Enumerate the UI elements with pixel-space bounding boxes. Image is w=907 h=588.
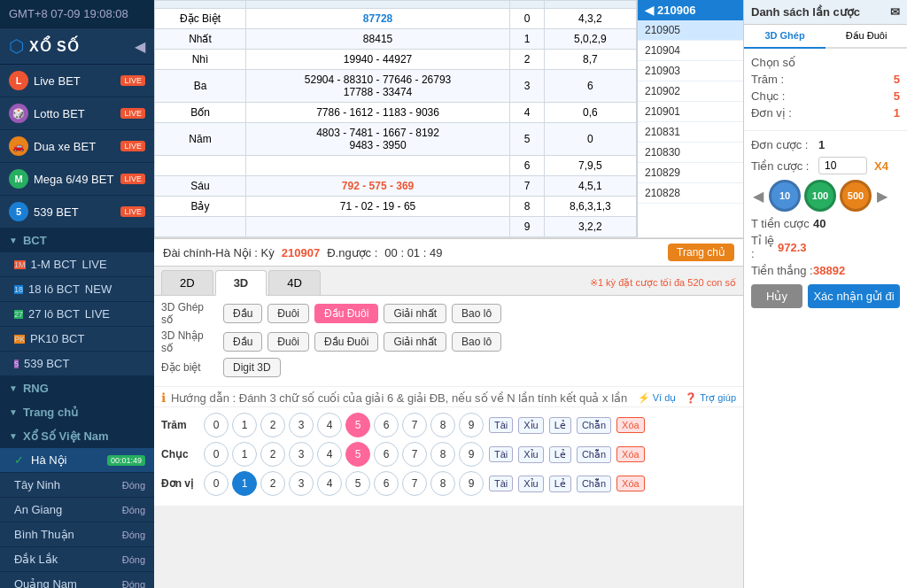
sidebar-toggle[interactable]: ◀ <box>135 38 145 55</box>
sidebar-item-pk10-bct[interactable]: PK PK10 BCT <box>0 327 154 352</box>
ghep-dau-duoi-btn[interactable]: Đầu Đuôi <box>314 304 378 323</box>
sidebar-item-18lo-bct[interactable]: 18 18 lô BCT NEW <box>0 277 154 302</box>
ghep-giai-nhat-btn[interactable]: Giải nhất <box>384 304 446 323</box>
tram-le-btn[interactable]: Lẻ <box>549 417 571 434</box>
donvi-le-btn[interactable]: Lẻ <box>549 476 571 492</box>
donvi-4[interactable]: 4 <box>317 471 342 496</box>
chuc-xiu-btn[interactable]: Xỉu <box>518 446 543 463</box>
round-item[interactable]: 210830 <box>638 143 743 163</box>
tram-0[interactable]: 0 <box>204 413 229 437</box>
chip-500[interactable]: 500 <box>840 180 872 212</box>
nhap-dau-duoi-btn[interactable]: Đầu Đuôi <box>314 332 378 352</box>
tram-2[interactable]: 2 <box>260 413 285 437</box>
donvi-2[interactable]: 2 <box>260 471 285 496</box>
chuc-tai-btn[interactable]: Tài <box>489 446 513 462</box>
huy-button[interactable]: Hủy <box>751 284 802 308</box>
tab-2d[interactable]: 2D <box>161 270 213 295</box>
tram-chan-btn[interactable]: Chẵn <box>577 417 611 434</box>
tab-3d-ghep[interactable]: 3D Ghép <box>744 25 826 49</box>
round-item[interactable]: 210903 <box>638 61 743 81</box>
tab-dau-duoi[interactable]: Đầu Đuôi <box>826 25 907 49</box>
donvi-5[interactable]: 5 <box>345 471 370 496</box>
chuc-6[interactable]: 6 <box>374 442 399 467</box>
donvi-xiu-btn[interactable]: Xỉu <box>518 476 543 492</box>
donvi-xoa-btn[interactable]: Xóa <box>616 476 645 491</box>
donvi-9[interactable]: 9 <box>459 471 484 496</box>
chevron-left-icon[interactable]: ◀ <box>645 4 654 17</box>
tram-xoa-btn[interactable]: Xóa <box>616 417 645 433</box>
trangchu-button[interactable]: Trang chủ <box>668 244 734 261</box>
tram-7[interactable]: 7 <box>402 413 427 437</box>
sidebar-item-tay-ninh[interactable]: Tây Ninh Đóng <box>0 473 154 498</box>
round-item[interactable]: 210829 <box>638 163 743 183</box>
chuc-4[interactable]: 4 <box>317 442 342 467</box>
tro-giup-link[interactable]: ❓ Trợ giúp <box>685 392 736 404</box>
bet-panel-toggle[interactable]: ✉ <box>890 5 900 19</box>
round-item[interactable]: 210904 <box>638 41 743 61</box>
donvi-3[interactable]: 3 <box>289 471 314 496</box>
chuc-7[interactable]: 7 <box>402 442 427 467</box>
nhap-dau-btn[interactable]: Đầu <box>223 332 262 352</box>
tab-3d[interactable]: 3D <box>215 270 267 296</box>
tram-3[interactable]: 3 <box>289 413 314 437</box>
chuc-9[interactable]: 9 <box>459 442 484 467</box>
vi-du-link[interactable]: ⚡ Ví dụ <box>638 392 677 404</box>
round-item[interactable]: 210902 <box>638 81 743 102</box>
donvi-1[interactable]: 1 <box>232 471 257 496</box>
tram-tai-btn[interactable]: Tài <box>489 417 513 433</box>
tram-1[interactable]: 1 <box>232 413 257 437</box>
sidebar-item-lotto-bet[interactable]: 🎲 Lotto BET LIVE <box>0 97 154 130</box>
nhap-giai-nhat-btn[interactable]: Giải nhất <box>384 332 446 352</box>
sidebar-item-live-bet[interactable]: L Live BET LIVE <box>0 65 154 97</box>
chuc-0[interactable]: 0 <box>204 442 229 467</box>
tien-cuoc-input[interactable] <box>818 157 867 174</box>
chuc-8[interactable]: 8 <box>430 442 455 467</box>
chuc-xoa-btn[interactable]: Xóa <box>616 446 645 462</box>
chip-prev[interactable]: ◀ <box>751 188 765 205</box>
chip-10[interactable]: 10 <box>769 180 801 212</box>
donvi-0[interactable]: 0 <box>204 471 229 496</box>
chuc-5[interactable]: 5 <box>345 442 370 467</box>
sidebar-section-xoso-vn[interactable]: ▼ Xổ Số Việt Nam <box>0 424 154 448</box>
donvi-7[interactable]: 7 <box>402 471 427 496</box>
donvi-tai-btn[interactable]: Tài <box>489 476 513 491</box>
nhap-bao-lo-btn[interactable]: Bao lô <box>452 332 501 352</box>
chuc-2[interactable]: 2 <box>260 442 285 467</box>
donvi-chan-btn[interactable]: Chẵn <box>577 476 611 492</box>
sidebar-item-ha-noi[interactable]: ✓ Hà Nội 00:01:49 <box>0 448 154 473</box>
sidebar-item-an-giang[interactable]: An Giang Đóng <box>0 498 154 522</box>
sidebar-item-539[interactable]: 5 539 BET LIVE <box>0 196 154 228</box>
sidebar-item-27lo-bct[interactable]: 27 27 lô BCT LIVE <box>0 302 154 327</box>
donvi-6[interactable]: 6 <box>374 471 399 496</box>
sidebar-item-dua-xe[interactable]: 🚗 Dua xe BET LIVE <box>0 130 154 163</box>
sidebar-item-quang-nam[interactable]: Quảng Nam Đóng <box>0 572 154 588</box>
tram-6[interactable]: 6 <box>374 413 399 437</box>
ghep-bao-lo-btn[interactable]: Bao lô <box>452 304 501 323</box>
round-item[interactable]: 210831 <box>638 122 743 143</box>
confirm-button[interactable]: Xác nhận gửi đi <box>808 284 900 308</box>
tram-4[interactable]: 4 <box>317 413 342 437</box>
sidebar-section-bct[interactable]: ▼ BCT <box>0 228 154 252</box>
chuc-le-btn[interactable]: Lẻ <box>549 446 571 463</box>
chuc-3[interactable]: 3 <box>289 442 314 467</box>
sidebar-item-mega[interactable]: M Mega 6/49 BET LIVE <box>0 163 154 196</box>
nhap-duoi-btn[interactable]: Đuôi <box>267 332 309 352</box>
digit3d-btn[interactable]: Digit 3D <box>223 358 281 377</box>
chip-100[interactable]: 100 <box>804 180 836 212</box>
sidebar-item-1m-bct[interactable]: 1M 1-M BCT LIVE <box>0 252 154 277</box>
sidebar-item-539-bct[interactable]: 5 539 BCT <box>0 352 154 376</box>
ghep-duoi-btn[interactable]: Đuôi <box>267 304 309 323</box>
donvi-8[interactable]: 8 <box>430 471 455 496</box>
chip-next[interactable]: ▶ <box>875 188 889 205</box>
chuc-1[interactable]: 1 <box>232 442 257 467</box>
sidebar-item-binh-thuan[interactable]: Bình Thuận Đóng <box>0 522 154 547</box>
tram-9[interactable]: 9 <box>459 413 484 437</box>
sidebar-section-rng[interactable]: ▼ RNG <box>0 376 154 400</box>
tab-4d[interactable]: 4D <box>268 270 321 295</box>
ghep-dau-btn[interactable]: Đầu <box>223 304 262 323</box>
round-item[interactable]: 210901 <box>638 102 743 122</box>
chuc-chan-btn[interactable]: Chẵn <box>577 446 611 463</box>
tram-xiu-btn[interactable]: Xỉu <box>518 417 543 434</box>
round-item[interactable]: 210828 <box>638 183 743 204</box>
round-item[interactable]: 210905 <box>638 20 743 41</box>
